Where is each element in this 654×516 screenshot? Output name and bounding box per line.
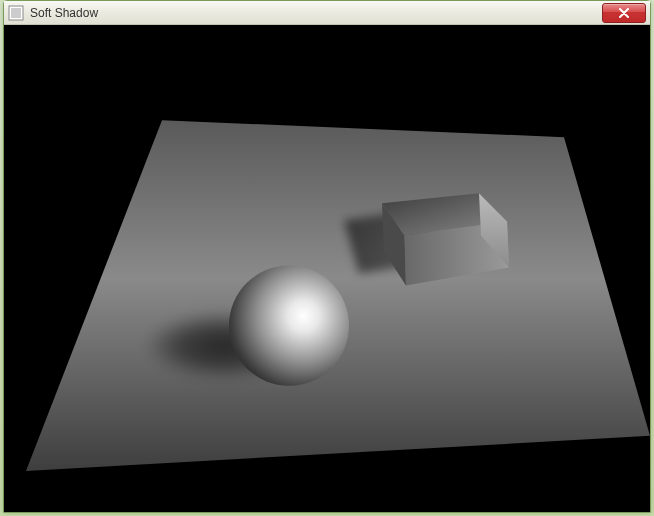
app-icon (8, 5, 24, 21)
scene-render (4, 25, 650, 512)
title-bar[interactable]: Soft Shadow (4, 1, 650, 25)
app-window: Soft Shadow (3, 0, 651, 513)
window-title: Soft Shadow (30, 6, 602, 20)
render-viewport (4, 25, 650, 512)
sphere (229, 265, 349, 385)
close-button[interactable] (602, 3, 646, 23)
close-icon (618, 8, 630, 18)
svg-rect-1 (11, 8, 21, 18)
